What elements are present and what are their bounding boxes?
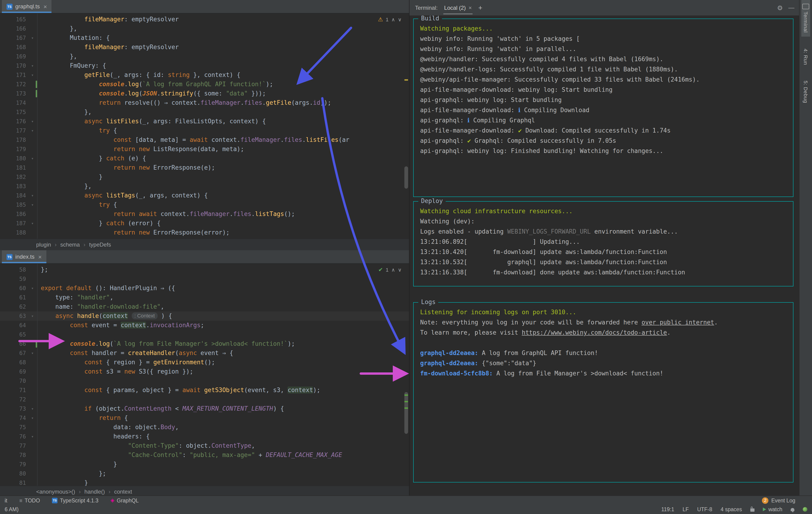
- fold-icon[interactable]: ▾: [28, 200, 37, 210]
- code-line[interactable]: 180▾ } catch (e) {: [0, 154, 409, 163]
- code-line[interactable]: 179 return new ListResponse(data, meta);: [0, 145, 409, 154]
- prev-issue-icon[interactable]: ∧: [392, 267, 395, 273]
- code-line[interactable]: 174 return resolve(() ⇒ context.fileMana…: [0, 98, 409, 108]
- code-line[interactable]: 81 }: [0, 478, 409, 486]
- todo-button[interactable]: ≡ TODO: [20, 497, 40, 503]
- code-line[interactable]: 63▾ async handle(context : Context ) {: [0, 311, 409, 321]
- fold-icon[interactable]: ▾: [28, 117, 37, 126]
- prev-issue-icon[interactable]: ∧: [392, 17, 395, 23]
- breadcrumb-item[interactable]: context: [114, 488, 132, 495]
- code-line[interactable]: 71 const { params, object } = await getS…: [0, 386, 409, 395]
- code-line[interactable]: 178 const [data, meta] = await context.f…: [0, 135, 409, 145]
- terminal-link[interactable]: https://www.webiny.com/docs/todo-article: [522, 329, 667, 336]
- fold-icon[interactable]: ▾: [28, 349, 37, 358]
- code-line[interactable]: 169 },: [0, 52, 409, 61]
- event-log-button[interactable]: 2 Event Log: [762, 497, 795, 504]
- new-session-button[interactable]: +: [478, 4, 483, 11]
- scrollbar-thumb[interactable]: [404, 392, 408, 434]
- code-line[interactable]: 80 };: [0, 469, 409, 478]
- code-line[interactable]: 67▾ const handler = createHandler(async …: [0, 349, 409, 358]
- code-line[interactable]: 177▾ try {: [0, 126, 409, 135]
- notifications-bell-icon[interactable]: [791, 508, 794, 511]
- minimize-icon[interactable]: —: [788, 4, 794, 11]
- code-line[interactable]: 73▾ if (object.ContentLength < MAX_RETUR…: [0, 404, 409, 414]
- code-line[interactable]: 78 "Cache-Control": "public, max-age=" +…: [0, 451, 409, 460]
- code-line[interactable]: 59: [0, 274, 409, 284]
- code-line[interactable]: 64 const event = context.invocationArgs;: [0, 321, 409, 330]
- code-line[interactable]: 182 }: [0, 173, 409, 182]
- code-line[interactable]: 61 type: "handler",: [0, 293, 409, 302]
- code-line[interactable]: 77 "Content-Type": object.ContentType,: [0, 441, 409, 451]
- editor-graphql-ts[interactable]: ⚠ 1 ∧ ∨ 165 fileManager: emptyResolver16…: [0, 13, 409, 239]
- lock-icon[interactable]: [750, 508, 754, 512]
- code-line[interactable]: 181 return new ErrorResponse(e);: [0, 163, 409, 173]
- tool-button-run[interactable]: 4: Run: [802, 45, 809, 69]
- code-line[interactable]: 166 },: [0, 24, 409, 33]
- code-line[interactable]: 185▾ try {: [0, 200, 409, 210]
- code-line[interactable]: 188 return new ErrorResponse(error);: [0, 228, 409, 237]
- close-icon[interactable]: ×: [44, 3, 47, 10]
- code-line[interactable]: 74▾ return {: [0, 414, 409, 423]
- code-line[interactable]: 79 }: [0, 460, 409, 469]
- code-line[interactable]: 68 const { region } = getEnvironment();: [0, 358, 409, 367]
- fold-icon[interactable]: ▾: [28, 432, 37, 441]
- code-line[interactable]: 76▾ headers: {: [0, 432, 409, 441]
- code-line[interactable]: 183 },: [0, 182, 409, 191]
- code-line[interactable]: 184▾ async listTags(_, args, context) {: [0, 191, 409, 200]
- run-widget[interactable]: watch: [763, 507, 782, 512]
- typescript-status[interactable]: TS TypeScript 4.1.3: [52, 497, 98, 503]
- indent-setting[interactable]: 4 spaces: [721, 507, 742, 512]
- close-icon[interactable]: ×: [38, 253, 42, 260]
- fold-icon[interactable]: ▾: [28, 70, 37, 80]
- code-line[interactable]: 170▾ FmQuery: {: [0, 61, 409, 70]
- code-line[interactable]: 69 const s3 = new S3({ region });: [0, 367, 409, 376]
- ide-health-icon[interactable]: [803, 507, 807, 512]
- breadcrumb-item[interactable]: plugin: [36, 241, 51, 248]
- terminal-output[interactable]: Build Watching packages...webiny info: R…: [409, 16, 800, 496]
- scrollbar[interactable]: [403, 13, 409, 239]
- breadcrumb-item[interactable]: schema: [60, 241, 80, 248]
- code-line[interactable]: 168 fileManager: emptyResolver: [0, 43, 409, 52]
- tool-button-terminal[interactable]: Terminal: [801, 0, 810, 36]
- code-line[interactable]: 171▾ getFile(_, args: { id: string }, co…: [0, 70, 409, 80]
- fold-icon[interactable]: ▾: [28, 126, 37, 135]
- scrollbar-thumb[interactable]: [404, 167, 408, 189]
- breadcrumb-item[interactable]: <anonymous>(): [36, 488, 75, 495]
- code-line[interactable]: 65: [0, 330, 409, 339]
- breadcrumb-item[interactable]: typeDefs: [89, 241, 111, 248]
- breadcrumb-item[interactable]: handle(): [84, 488, 105, 495]
- code-line[interactable]: 62 name: "handler-download-file",: [0, 302, 409, 311]
- fold-icon[interactable]: ▾: [28, 33, 37, 43]
- inspections-widget[interactable]: ⚠ 1 ∧ ∨: [378, 16, 402, 23]
- code-line[interactable]: 167▾ Mutation: {: [0, 33, 409, 43]
- file-encoding[interactable]: UTF-8: [697, 507, 712, 512]
- code-line[interactable]: 187▾ } catch (error) {: [0, 219, 409, 228]
- caret-position[interactable]: 119:1: [661, 507, 674, 512]
- inspections-widget[interactable]: ✔ 1 ∧ ∨: [378, 267, 402, 273]
- code-line[interactable]: 60▾export default (): HandlerPlugin ⇒ ({: [0, 284, 409, 293]
- graphql-status[interactable]: ◈ GraphQL: [111, 497, 139, 503]
- line-separator[interactable]: LF: [683, 507, 689, 512]
- code-line[interactable]: 72: [0, 395, 409, 404]
- tab-index-ts[interactable]: TS index.ts ×: [2, 250, 47, 263]
- code-line[interactable]: 58};: [0, 265, 409, 274]
- editor-index-ts[interactable]: ✔ 1 ∧ ∨ 58};5960▾export default (): Hand…: [0, 264, 409, 486]
- git-widget[interactable]: it: [5, 497, 7, 503]
- fold-icon[interactable]: ▾: [28, 284, 37, 293]
- code-line[interactable]: 172 console.log(`A log from GraphQL API …: [0, 80, 409, 89]
- fold-icon[interactable]: ▾: [28, 414, 37, 423]
- fold-icon[interactable]: ▾: [28, 191, 37, 200]
- close-icon[interactable]: ×: [469, 4, 472, 11]
- code-line[interactable]: 66 console.log(`A log from File Manager'…: [0, 339, 409, 349]
- code-line[interactable]: 75 data: object.Body,: [0, 423, 409, 432]
- tool-button-debug[interactable]: 5: Debug: [802, 77, 809, 107]
- next-issue-icon[interactable]: ∨: [398, 267, 402, 273]
- code-line[interactable]: 173 console.log(JSON.stringify({ some: "…: [0, 89, 409, 98]
- tab-graphql-ts[interactable]: TS graphql.ts ×: [2, 0, 52, 13]
- terminal-tab-local[interactable]: Local (2) ×: [443, 1, 472, 14]
- code-line[interactable]: 175 },: [0, 108, 409, 117]
- code-line[interactable]: 165 fileManager: emptyResolver: [0, 15, 409, 24]
- code-line[interactable]: 186 return await context.fileManager.fil…: [0, 210, 409, 219]
- fold-icon[interactable]: ▾: [28, 311, 37, 321]
- gear-icon[interactable]: ⚙: [777, 4, 783, 11]
